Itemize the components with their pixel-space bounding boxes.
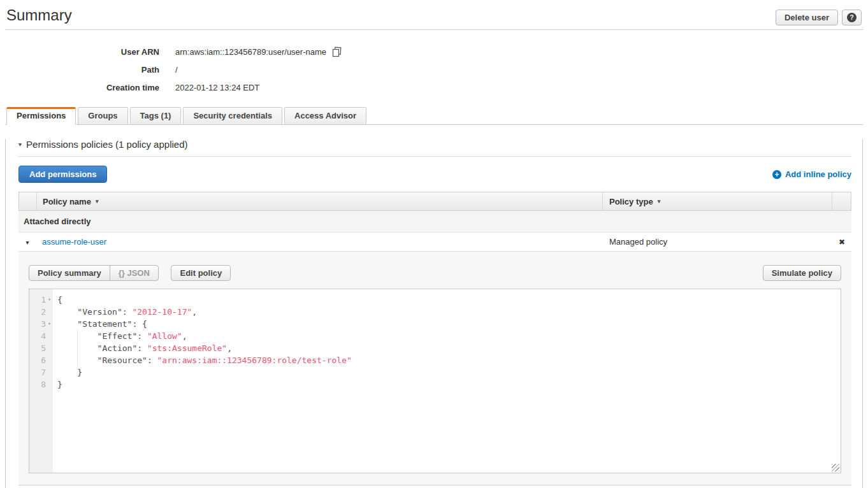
edit-policy-button[interactable]: Edit policy bbox=[171, 265, 231, 281]
code-line: } bbox=[57, 366, 841, 378]
policy-type-cell: Managed policy bbox=[603, 237, 832, 247]
sort-caret-icon: ▾ bbox=[96, 198, 99, 205]
policy-type-column-header[interactable]: Policy type ▾ bbox=[602, 192, 832, 210]
sort-caret-icon: ▾ bbox=[658, 198, 661, 205]
expand-caret-icon: ▾ bbox=[25, 239, 29, 246]
tab-access-advisor[interactable]: Access Advisor bbox=[284, 107, 366, 125]
editor-resize-handle[interactable] bbox=[832, 464, 839, 471]
add-permissions-button[interactable]: Add permissions bbox=[18, 166, 107, 183]
actions-column-header bbox=[832, 192, 851, 210]
page-title: Summary bbox=[5, 0, 863, 24]
section-collapse-icon: ▾ bbox=[18, 141, 22, 148]
policies-table: Policy name ▾ Policy type ▾ Attached dir… bbox=[18, 192, 851, 485]
row-expand-toggle[interactable]: ▾ bbox=[18, 237, 36, 247]
policies-table-header: Policy name ▾ Policy type ▾ bbox=[18, 192, 851, 211]
expander-column-header bbox=[19, 192, 37, 210]
policy-view-switcher: Policy summary {} JSON bbox=[29, 265, 159, 281]
code-line: "Action": "sts:AssumeRole", bbox=[57, 342, 841, 354]
code-line: { bbox=[57, 294, 841, 306]
path-value: / bbox=[175, 65, 178, 75]
fold-caret-icon[interactable]: ▾ bbox=[46, 294, 53, 306]
section-title: Permissions policies (1 policy applied) bbox=[26, 139, 187, 150]
help-icon: ? bbox=[847, 13, 857, 22]
policy-detail-panel: Policy summary {} JSON Edit policy Simul… bbox=[18, 252, 851, 485]
path-label: Path bbox=[6, 65, 159, 75]
help-button[interactable]: ? bbox=[842, 10, 862, 25]
copy-icon[interactable] bbox=[331, 47, 342, 57]
user-arn-label: User ARN bbox=[6, 47, 159, 57]
json-view-button[interactable]: {} JSON bbox=[110, 265, 159, 281]
user-info-section: User ARN arn:aws:iam::123456789:user/use… bbox=[6, 43, 868, 96]
tab-permissions[interactable]: Permissions bbox=[6, 107, 76, 125]
header-actions: Delete user ? bbox=[776, 10, 862, 25]
plus-icon: + bbox=[772, 170, 781, 179]
code-line: "Effect": "Allow", bbox=[57, 330, 841, 342]
tab-security-credentials[interactable]: Security credentials bbox=[183, 107, 282, 125]
policy-table-row: ▾ assume-role-user Managed policy ✖ bbox=[18, 233, 851, 252]
code-line: } bbox=[57, 378, 841, 391]
tab-groups[interactable]: Groups bbox=[78, 107, 127, 125]
code-line: "Statement": { bbox=[57, 318, 841, 330]
creation-time-value: 2022-01-12 13:24 EDT bbox=[175, 83, 259, 92]
policy-json-editor[interactable]: 1▾23▾45678 { "Version": "2012-10-17", "S… bbox=[29, 289, 841, 473]
tab-tags[interactable]: Tags (1) bbox=[130, 107, 182, 125]
delete-user-button[interactable]: Delete user bbox=[776, 10, 838, 25]
creation-time-row: Creation time 2022-01-12 13:24 EDT bbox=[6, 78, 868, 96]
page-header: Summary Delete user ? bbox=[5, 0, 863, 30]
tabs: Permissions Groups Tags (1) Security cre… bbox=[5, 107, 863, 125]
permissions-policies-section-header[interactable]: ▾ Permissions policies (1 policy applied… bbox=[18, 139, 851, 157]
permissions-tab-panel: ▾ Permissions policies (1 policy applied… bbox=[5, 139, 863, 488]
user-arn-value: arn:aws:iam::123456789:user/user-name bbox=[175, 47, 326, 57]
policy-name-link[interactable]: assume-role-user bbox=[42, 237, 106, 247]
code-line: "Resource": "arn:aws:iam::123456789:role… bbox=[57, 354, 841, 366]
policy-summary-button[interactable]: Policy summary bbox=[29, 265, 110, 281]
policy-actions-row: Add permissions + Add inline policy bbox=[18, 166, 851, 183]
editor-code-area[interactable]: { "Version": "2012-10-17", "Statement": … bbox=[53, 289, 841, 473]
code-line: "Version": "2012-10-17", bbox=[57, 306, 841, 318]
attached-directly-group-row: Attached directly bbox=[18, 211, 851, 233]
simulate-policy-button[interactable]: Simulate policy bbox=[763, 265, 841, 281]
path-row: Path / bbox=[6, 61, 868, 78]
add-inline-policy-link[interactable]: + Add inline policy bbox=[772, 169, 851, 179]
creation-time-label: Creation time bbox=[6, 83, 159, 92]
policy-name-column-header[interactable]: Policy name ▾ bbox=[37, 192, 602, 210]
editor-line-number-gutter: 1▾23▾45678 bbox=[29, 289, 53, 473]
remove-policy-icon[interactable]: ✖ bbox=[839, 238, 845, 247]
indent-guide bbox=[77, 330, 78, 366]
user-arn-row: User ARN arn:aws:iam::123456789:user/use… bbox=[6, 43, 868, 61]
fold-caret-icon[interactable]: ▾ bbox=[46, 318, 53, 330]
